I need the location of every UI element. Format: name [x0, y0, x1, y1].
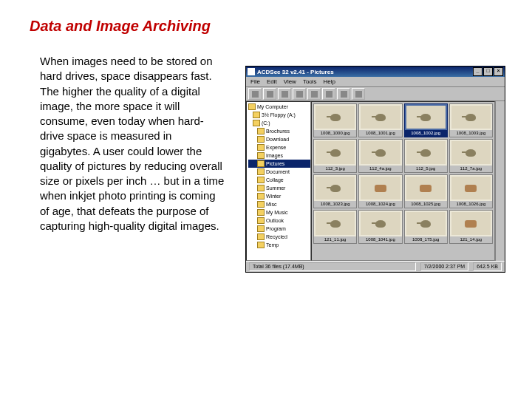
thumbnail-caption: 1008_1000.jpg — [314, 130, 356, 137]
window-title: ACDSee 32 v2.41 - Pictures — [257, 69, 473, 75]
tree-item-label: Temp — [266, 241, 279, 249]
tree-item-label: My Music — [266, 208, 288, 216]
toolbar-button[interactable] — [352, 88, 365, 100]
tree-item[interactable]: Collage — [248, 176, 310, 184]
menu-tools[interactable]: Tools — [303, 78, 317, 85]
thumbnail-image — [451, 177, 491, 200]
tree-item-label: Program — [266, 225, 286, 233]
status-left: Total 36 files (17.4MB) — [249, 262, 416, 271]
toolbar-button[interactable] — [263, 88, 276, 100]
close-button[interactable]: × — [494, 67, 503, 76]
tree-item[interactable]: Program — [248, 225, 310, 233]
tree-item[interactable]: 3½ Floppy (A:) — [248, 111, 310, 119]
thumbnail[interactable]: 1008_1000.jpg — [313, 103, 357, 137]
thumbnail-image — [406, 106, 446, 129]
tree-item[interactable]: Recycled — [248, 233, 310, 241]
folder-icon — [257, 128, 265, 134]
status-mid: 7/2/2000 2:37 PM — [420, 262, 468, 271]
thumbnail-caption: 1008_1026.jpg — [450, 201, 492, 208]
thumbnail-image — [361, 141, 400, 164]
thumbnail-image — [361, 177, 400, 200]
folder-icon — [253, 112, 260, 118]
tree-item-label: Document — [266, 168, 290, 176]
tree-item-label: Summer — [266, 184, 285, 192]
tree-item-label: Pictures — [266, 160, 284, 168]
folder-icon — [257, 225, 265, 232]
thumbnail-caption: 112_5.jpg — [405, 166, 447, 172]
toolbar-button[interactable] — [337, 88, 350, 100]
tree-item[interactable]: Images — [248, 151, 310, 160]
thumbnail-caption: 1008_1002.jpg — [405, 130, 447, 137]
tree-item[interactable]: Expense — [248, 143, 310, 151]
toolbar-icon — [267, 91, 273, 98]
thumbnail-caption: 1008_1001.jpg — [359, 130, 401, 137]
tree-item[interactable]: Outlook — [248, 216, 310, 225]
folder-icon — [257, 185, 265, 191]
thumbnail[interactable]: 121_14.jpg — [449, 210, 493, 244]
thumbnail-image — [361, 106, 400, 129]
scrollbar-vertical[interactable] — [495, 101, 505, 261]
toolbar-icon — [252, 91, 259, 98]
folder-icon — [257, 193, 265, 200]
folder-tree[interactable]: My Computer3½ Floppy (A:)(C:)BrochuresDo… — [246, 101, 311, 261]
thumbnail[interactable]: 1008_1002.jpg — [404, 103, 448, 137]
tree-item[interactable]: Download — [248, 135, 310, 143]
thumbnail-image — [316, 177, 355, 200]
maximize-button[interactable]: □ — [483, 67, 493, 76]
body-paragraph: When images need to be stored on hard dr… — [30, 54, 225, 233]
thumbnail[interactable]: 112_7a.jpg — [449, 139, 493, 173]
tree-item[interactable]: Brochures — [248, 127, 310, 135]
tree-item[interactable]: Misc — [248, 200, 310, 208]
tree-item[interactable]: Pictures — [248, 160, 310, 168]
acdsee-window: ACDSee 32 v2.41 - Pictures _ □ × File Ed… — [245, 66, 505, 273]
thumbnail[interactable]: 1008_1001.jpg — [358, 103, 402, 137]
thumbnail-image — [451, 106, 491, 129]
tree-item-label: Download — [266, 135, 289, 143]
app-icon — [248, 68, 255, 75]
thumbnail[interactable]: 112_4a.jpg — [358, 139, 402, 173]
menu-file[interactable]: File — [250, 78, 260, 85]
folder-icon — [257, 136, 265, 143]
tree-item-label: Expense — [266, 143, 286, 151]
thumbnail[interactable]: 112_3.jpg — [313, 139, 357, 173]
thumbnail[interactable]: 1008_1025.jpg — [404, 174, 448, 208]
thumbnail[interactable]: 121_11.jpg — [313, 210, 357, 244]
folder-icon — [257, 152, 265, 159]
tree-item[interactable]: Document — [248, 168, 310, 176]
menu-edit[interactable]: Edit — [267, 78, 277, 85]
thumbnail-caption: 112_7a.jpg — [450, 166, 492, 172]
thumbnail[interactable]: 1008_1026.jpg — [449, 174, 493, 208]
tree-item[interactable]: My Computer — [248, 103, 310, 111]
tree-item-label: (C:) — [262, 119, 270, 127]
toolbar-icon — [296, 91, 303, 98]
folder-icon — [257, 177, 265, 183]
minimize-button[interactable]: _ — [473, 67, 482, 76]
tree-item[interactable]: Temp — [248, 241, 310, 249]
thumbnail[interactable]: 1008_1003.jpg — [449, 103, 493, 137]
toolbar-button[interactable] — [293, 88, 306, 100]
menu-view[interactable]: View — [284, 78, 296, 85]
thumbnail[interactable]: 112_5.jpg — [404, 139, 448, 173]
tree-item-label: Images — [266, 151, 283, 160]
menu-help[interactable]: Help — [324, 78, 335, 85]
thumbnail[interactable]: 1008_1023.jpg — [313, 174, 357, 208]
thumbnail-image — [316, 106, 355, 129]
folder-icon — [257, 160, 265, 167]
tree-item[interactable]: Winter — [248, 192, 310, 200]
thumbnail[interactable]: 1008_175.jpg — [404, 210, 448, 244]
thumbnail-caption: 1008_1041.jpg — [359, 236, 401, 243]
thumbnail[interactable]: 1008_1024.jpg — [358, 174, 402, 208]
tree-item-label: Winter — [266, 192, 281, 200]
tree-item[interactable]: (C:) — [248, 119, 310, 127]
toolbar-button[interactable] — [248, 88, 262, 100]
toolbar-button[interactable] — [278, 88, 291, 100]
thumbnail-image — [361, 212, 400, 235]
folder-icon — [257, 168, 265, 175]
tree-item[interactable]: Summer — [248, 184, 310, 192]
tree-item[interactable]: My Music — [248, 208, 310, 216]
window-titlebar: ACDSee 32 v2.41 - Pictures _ □ × — [246, 66, 505, 77]
thumbnail[interactable]: 1008_1041.jpg — [358, 210, 402, 244]
toolbar-button[interactable] — [322, 88, 335, 100]
page-title: Data and Image Archiving — [30, 18, 502, 35]
toolbar-button[interactable] — [307, 88, 321, 100]
